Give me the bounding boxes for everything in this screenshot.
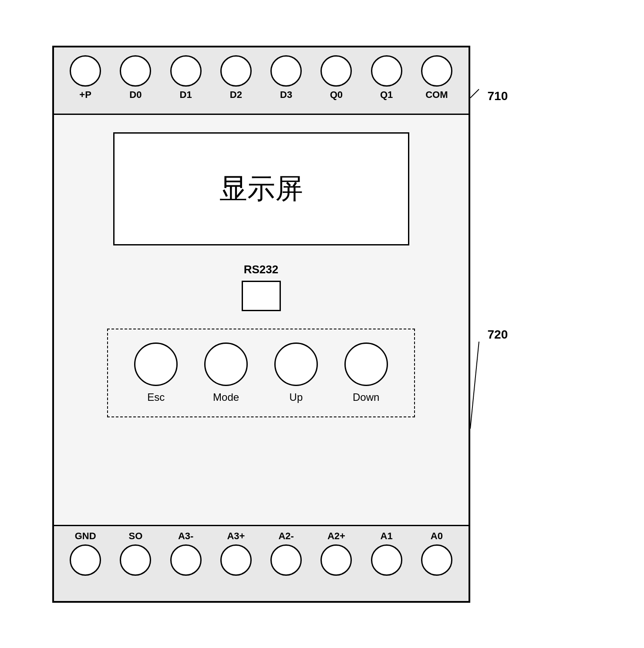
button-circle-esc[interactable] (134, 342, 178, 386)
device-wrapper: +PD0D1D2D3Q0Q1COM 显示屏 RS232 (52, 46, 592, 603)
bottom-connector-A1: A1 (364, 530, 409, 576)
button-section: EscModeUpDown (107, 329, 415, 417)
rs232-label: RS232 (244, 263, 279, 276)
button-circle-up[interactable] (274, 342, 318, 386)
button-esc[interactable]: Esc (125, 342, 187, 403)
bottom-connector-circle-SO (120, 544, 151, 576)
top-connector-D0: D0 (113, 55, 158, 101)
annotation-720: 720 (488, 328, 592, 342)
bottom-connector-A2+: A2+ (314, 530, 359, 576)
button-label-up: Up (290, 391, 303, 403)
bottom-connector-A3-: A3- (163, 530, 209, 576)
top-connector-circle-Q1 (371, 55, 402, 87)
page-container: +PD0D1D2D3Q0Q1COM 显示屏 RS232 (0, 0, 644, 648)
bottom-connector-circle-A1 (371, 544, 402, 576)
top-connector-label-D0: D0 (129, 89, 142, 101)
top-connector-label-D3: D3 (280, 89, 292, 101)
top-connector-label-Q1: Q1 (380, 89, 393, 101)
bottom-connector-label-GND: GND (75, 530, 96, 542)
top-connector-circle-D2 (220, 55, 252, 87)
bottom-connector-label-A0: A0 (431, 530, 443, 542)
top-connector-D3: D3 (263, 55, 309, 101)
top-connector-label-COM: COM (425, 89, 448, 101)
annotation-720-label: 720 (488, 328, 508, 342)
bottom-connector-label-A3-: A3- (178, 530, 193, 542)
bottom-connector-label-A2+: A2+ (327, 530, 345, 542)
bottom-connector-A3+: A3+ (213, 530, 259, 576)
main-body: 显示屏 RS232 EscModeUpDown (54, 115, 469, 525)
top-connector-Q0: Q0 (314, 55, 359, 101)
bottom-connector-strip: GNDSOA3-A3+A2-A2+A1A0 (54, 525, 469, 601)
display-screen-container: 显示屏 (80, 132, 442, 245)
top-connector-label-D1: D1 (180, 89, 192, 101)
button-up[interactable]: Up (266, 342, 327, 403)
annotation-710: 710 (488, 89, 592, 103)
bottom-connector-circle-GND (70, 544, 101, 576)
display-screen-text: 显示屏 (219, 170, 303, 208)
top-connector-strip: +PD0D1D2D3Q0Q1COM (54, 47, 469, 115)
bottom-connector-row: GNDSOA3-A3+A2-A2+A1A0 (63, 530, 460, 576)
button-mode[interactable]: Mode (196, 342, 257, 403)
bottom-connector-circle-A2- (270, 544, 302, 576)
button-down[interactable]: Down (335, 342, 397, 403)
display-screen: 显示屏 (113, 132, 409, 245)
top-connector-label-Q0: Q0 (330, 89, 343, 101)
top-connector-circle-+P (70, 55, 101, 87)
button-circle-mode[interactable] (204, 342, 248, 386)
top-connector-D2: D2 (213, 55, 259, 101)
rs232-section: RS232 (242, 263, 281, 311)
top-connector-+P: +P (63, 55, 108, 101)
bottom-connector-SO: SO (113, 530, 158, 576)
top-connector-D1: D1 (163, 55, 209, 101)
bottom-connector-circle-A3+ (220, 544, 252, 576)
top-connector-COM: COM (414, 55, 459, 101)
button-label-esc: Esc (147, 391, 165, 403)
bottom-connector-A2-: A2- (263, 530, 309, 576)
bottom-connector-A0: A0 (414, 530, 459, 576)
bottom-connector-label-SO: SO (128, 530, 142, 542)
top-connector-circle-D3 (270, 55, 302, 87)
top-connector-circle-D0 (120, 55, 151, 87)
top-connector-circle-COM (421, 55, 452, 87)
rs232-port (242, 281, 281, 311)
annotation-710-label: 710 (488, 89, 508, 103)
button-label-mode: Mode (213, 391, 239, 403)
bottom-connector-circle-A3- (170, 544, 202, 576)
top-connector-circle-D1 (170, 55, 202, 87)
top-connector-label-D2: D2 (230, 89, 242, 101)
bottom-connector-circle-A2+ (320, 544, 352, 576)
button-label-down: Down (353, 391, 379, 403)
top-connector-row: +PD0D1D2D3Q0Q1COM (63, 55, 460, 101)
button-circle-down[interactable] (344, 342, 388, 386)
top-connector-circle-Q0 (320, 55, 352, 87)
top-connector-label-+P: +P (79, 89, 91, 101)
button-row: EscModeUpDown (125, 342, 397, 403)
bottom-connector-label-A3+: A3+ (227, 530, 245, 542)
bottom-connector-label-A2-: A2- (278, 530, 293, 542)
bottom-connector-GND: GND (63, 530, 108, 576)
top-connector-Q1: Q1 (364, 55, 409, 101)
bottom-connector-circle-A0 (421, 544, 452, 576)
bottom-connector-label-A1: A1 (381, 530, 393, 542)
device-panel: +PD0D1D2D3Q0Q1COM 显示屏 RS232 (52, 46, 470, 603)
